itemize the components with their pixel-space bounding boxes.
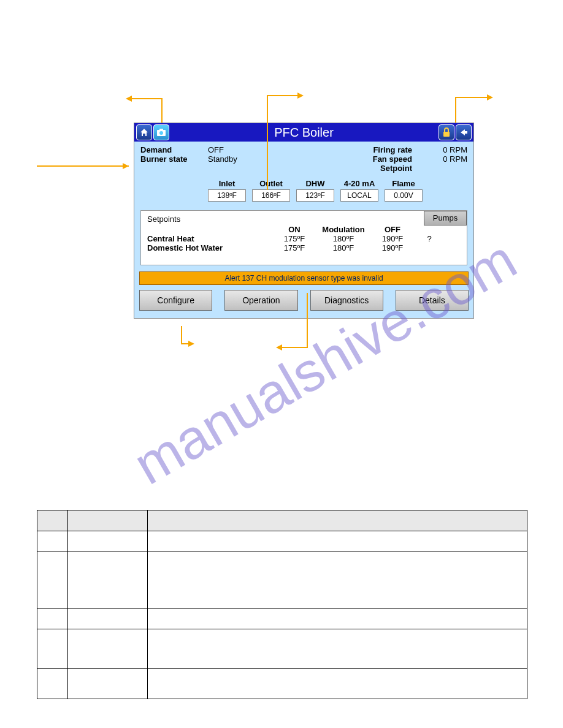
reading-header: Flame <box>385 179 423 188</box>
setpoints-title: Setpoints <box>147 214 461 224</box>
operation-button[interactable]: Operation <box>224 290 297 311</box>
fan-speed-value: 0 RPM <box>424 154 467 164</box>
setpoints-panel: Setpoints Pumps ON Modulation OFF Centra… <box>140 210 467 265</box>
reading-header: Outlet <box>252 179 290 188</box>
flame-value-box[interactable]: 0.00V <box>385 189 423 202</box>
table-row <box>37 531 527 552</box>
title-text: PFC Boiler <box>170 126 437 140</box>
row-on: 175ºF <box>270 243 319 252</box>
home-icon[interactable] <box>136 124 152 140</box>
column-modulation: Modulation <box>319 225 368 234</box>
outlet-value-box[interactable]: 166ºF <box>252 189 290 202</box>
camera-icon[interactable] <box>153 124 169 140</box>
lock-icon[interactable] <box>439 124 454 140</box>
row-mod: 180ºF <box>319 243 368 252</box>
documentation-table <box>37 510 527 699</box>
firing-rate-label: Firing rate <box>275 145 424 154</box>
table-row <box>37 629 527 669</box>
pumps-button[interactable]: Pumps <box>424 211 467 226</box>
burner-state-label: Burner state <box>140 154 208 164</box>
row-name: Central Heat <box>147 234 270 243</box>
row-name: Domestic Hot Water <box>147 243 270 252</box>
setpoint-row: Domestic Hot Water 175ºF 180ºF 190ºF <box>147 243 461 252</box>
table-header-row <box>37 510 527 531</box>
firing-rate-value: 0 RPM <box>424 145 467 154</box>
reading-header: 4-20 mA <box>340 179 378 188</box>
table-row <box>37 669 527 699</box>
boiler-control-screen: PFC Boiler Demand OFF Firing rate 0 RPM … <box>134 123 474 319</box>
readings-value-row: 138ºF 166ºF 123ºF LOCAL 0.00V <box>140 189 467 202</box>
demand-label: Demand <box>140 145 208 154</box>
row-mod: 180ºF <box>319 234 368 243</box>
reading-header: Inlet <box>208 179 246 188</box>
diagnostics-button[interactable]: Diagnostics <box>310 290 383 311</box>
inlet-value-box[interactable]: 138ºF <box>208 189 246 202</box>
row-off: 190ºF <box>368 234 417 243</box>
demand-value: OFF <box>208 145 275 154</box>
row-extra <box>417 243 442 252</box>
row-on: 175ºF <box>270 234 319 243</box>
readings-header-row: Inlet Outlet DHW 4-20 mA Flame <box>140 179 467 188</box>
reading-header: DHW <box>296 179 334 188</box>
title-bar: PFC Boiler <box>134 123 473 142</box>
dhw-value-box[interactable]: 123ºF <box>296 189 334 202</box>
burner-state-value: Standby <box>208 154 275 164</box>
back-icon[interactable] <box>456 124 472 140</box>
configure-button[interactable]: Configure <box>139 290 212 311</box>
row-off: 190ºF <box>368 243 417 252</box>
column-on: ON <box>270 225 319 234</box>
svg-point-1 <box>159 131 163 135</box>
svg-rect-3 <box>443 132 450 137</box>
details-button[interactable]: Details <box>396 290 469 311</box>
setpoint-label: Setpoint <box>275 164 424 173</box>
setpoint-row: Central Heat 175ºF 180ºF 190ºF ? <box>147 234 461 243</box>
fan-speed-label: Fan speed <box>275 154 424 164</box>
table-row <box>37 609 527 629</box>
column-off: OFF <box>368 225 417 234</box>
420ma-value-box[interactable]: LOCAL <box>340 189 378 202</box>
alert-banner[interactable]: Alert 137 CH modulation sensor type was … <box>139 271 469 285</box>
svg-rect-2 <box>159 129 163 131</box>
row-extra: ? <box>417 234 442 243</box>
table-row <box>37 552 527 609</box>
